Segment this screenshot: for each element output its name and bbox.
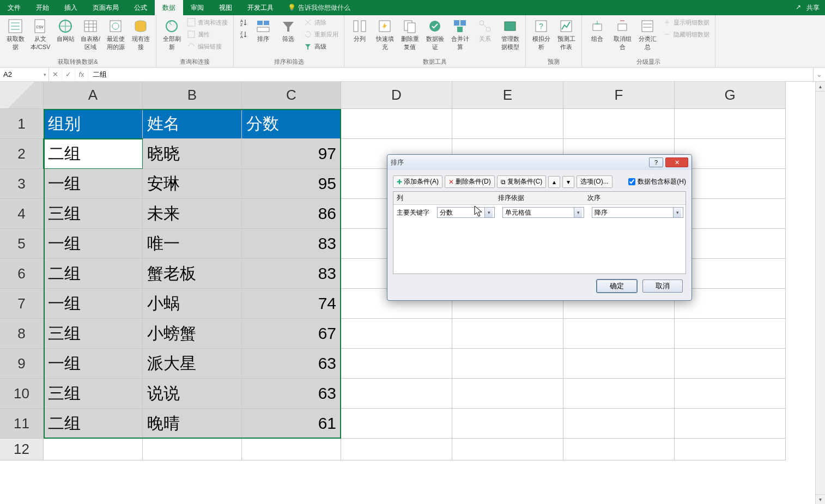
scroll-down-icon[interactable]: ▾ — [816, 494, 825, 504]
cell[interactable] — [675, 409, 786, 439]
cell[interactable] — [563, 319, 675, 349]
cell[interactable] — [563, 409, 675, 439]
cell[interactable] — [563, 379, 675, 409]
queries-connections-button[interactable]: 查询和连接 — [185, 16, 230, 28]
tell-me[interactable]: 💡 告诉我你想做什么 — [288, 3, 350, 13]
group-button[interactable]: 组合 — [585, 16, 609, 45]
cell[interactable] — [44, 439, 143, 460]
cell[interactable] — [341, 349, 452, 379]
has-headers-input[interactable] — [628, 178, 635, 185]
advanced-button[interactable]: 高级 — [301, 40, 341, 52]
cell[interactable]: 一组 — [44, 349, 143, 379]
column-header-F[interactable]: F — [563, 82, 675, 109]
delete-level-button[interactable]: ✕删除条件(D) — [445, 175, 495, 188]
refresh-all-button[interactable]: 全部刷新 — [160, 16, 184, 53]
manage-data-model-button[interactable]: 管理数据模型 — [498, 16, 522, 53]
existing-connections-button[interactable]: 现有连接 — [129, 16, 153, 53]
cell[interactable]: 63 — [242, 349, 341, 379]
cancel-button[interactable]: 取消 — [642, 280, 683, 293]
scroll-up-icon[interactable]: ▴ — [816, 82, 825, 92]
options-button[interactable]: 选项(O)... — [577, 175, 612, 188]
move-up-button[interactable]: ▴ — [548, 176, 560, 188]
column-header-B[interactable]: B — [143, 82, 242, 109]
cancel-icon[interactable]: ✕ — [49, 68, 62, 81]
name-box[interactable]: A2 — [0, 68, 49, 81]
cell[interactable]: 二组 — [44, 409, 143, 439]
cell[interactable]: 一组 — [44, 169, 143, 199]
ok-button[interactable]: 确定 — [597, 280, 637, 293]
cell[interactable] — [143, 439, 242, 460]
cell[interactable] — [341, 319, 452, 349]
cell[interactable] — [563, 349, 675, 379]
column-header-D[interactable]: D — [341, 82, 452, 109]
row-header[interactable]: 5 — [0, 229, 44, 259]
sort-on-select[interactable]: 单元格值 — [502, 207, 584, 218]
cell[interactable] — [341, 409, 452, 439]
cell[interactable]: 蟹老板 — [143, 259, 242, 289]
cell[interactable]: 63 — [242, 379, 341, 409]
cell[interactable]: 61 — [242, 409, 341, 439]
row-header[interactable]: 6 — [0, 259, 44, 289]
cell[interactable] — [452, 409, 563, 439]
dialog-titlebar[interactable]: 排序 ? ✕ — [387, 155, 691, 170]
sort-order-select[interactable]: 降序 — [592, 207, 683, 218]
has-headers-checkbox[interactable]: 数据包含标题(H) — [628, 177, 686, 186]
vertical-scrollbar[interactable]: ▴ ▾ — [815, 82, 825, 504]
cell[interactable]: 一组 — [44, 229, 143, 259]
add-level-button[interactable]: ✚添加条件(A) — [393, 175, 442, 188]
cell[interactable] — [563, 109, 675, 139]
row-header[interactable]: 12 — [0, 439, 44, 460]
cell[interactable] — [452, 379, 563, 409]
row-header[interactable]: 8 — [0, 319, 44, 349]
cell[interactable]: 晓晓 — [143, 139, 242, 169]
what-if-button[interactable]: ?模拟分析 — [529, 16, 553, 53]
cell[interactable] — [452, 109, 563, 139]
cell[interactable]: 三组 — [44, 199, 143, 229]
cell[interactable]: 三组 — [44, 319, 143, 349]
dialog-help-button[interactable]: ? — [649, 157, 663, 167]
column-header-A[interactable]: A — [44, 82, 143, 109]
from-table-button[interactable]: 自表格/区域 — [78, 16, 102, 53]
cell[interactable] — [675, 109, 786, 139]
data-validation-button[interactable]: 数据验证 — [423, 16, 447, 53]
sort-asc-button[interactable]: AZ — [237, 16, 250, 28]
cell[interactable] — [452, 439, 563, 460]
get-data-button[interactable]: 获取数据 — [3, 16, 27, 53]
cell[interactable]: 晚晴 — [143, 409, 242, 439]
cell[interactable]: 83 — [242, 229, 341, 259]
flash-fill-button[interactable]: 快速填充 — [373, 16, 397, 53]
text-to-columns-button[interactable]: 分列 — [348, 16, 372, 45]
from-web-button[interactable]: 自网站 — [53, 16, 77, 45]
cell[interactable]: 分数 — [242, 109, 341, 139]
cell[interactable]: 83 — [242, 259, 341, 289]
row-header[interactable]: 3 — [0, 169, 44, 199]
cell[interactable]: 安琳 — [143, 169, 242, 199]
copy-level-button[interactable]: ⧉复制条件(C) — [497, 175, 547, 188]
cell[interactable] — [452, 319, 563, 349]
cell[interactable] — [341, 439, 452, 460]
fx-icon[interactable]: fx — [75, 68, 88, 81]
cell[interactable]: 姓名 — [143, 109, 242, 139]
share-button[interactable]: 共享 — [806, 3, 820, 13]
row-header[interactable]: 2 — [0, 139, 44, 169]
sort-desc-button[interactable]: ZA — [237, 28, 250, 40]
filter-button[interactable]: 筛选 — [276, 16, 300, 45]
tab-data[interactable]: 数据 — [155, 0, 183, 15]
forecast-sheet-button[interactable]: 预测工作表 — [554, 16, 578, 53]
row-header[interactable]: 7 — [0, 289, 44, 319]
cell[interactable] — [675, 439, 786, 460]
cell[interactable]: 95 — [242, 169, 341, 199]
column-header-G[interactable]: G — [675, 82, 786, 109]
tab-formulas[interactable]: 公式 — [126, 0, 155, 15]
cell[interactable]: 小螃蟹 — [143, 319, 242, 349]
cell[interactable]: 唯一 — [143, 229, 242, 259]
cell[interactable]: 一组 — [44, 289, 143, 319]
cell[interactable]: 67 — [242, 319, 341, 349]
tab-file[interactable]: 文件 — [0, 0, 28, 15]
row-header[interactable]: 9 — [0, 349, 44, 379]
tab-view[interactable]: 视图 — [211, 0, 240, 15]
row-header[interactable]: 4 — [0, 199, 44, 229]
cell[interactable] — [341, 109, 452, 139]
row-header[interactable]: 10 — [0, 379, 44, 409]
cell[interactable] — [675, 349, 786, 379]
